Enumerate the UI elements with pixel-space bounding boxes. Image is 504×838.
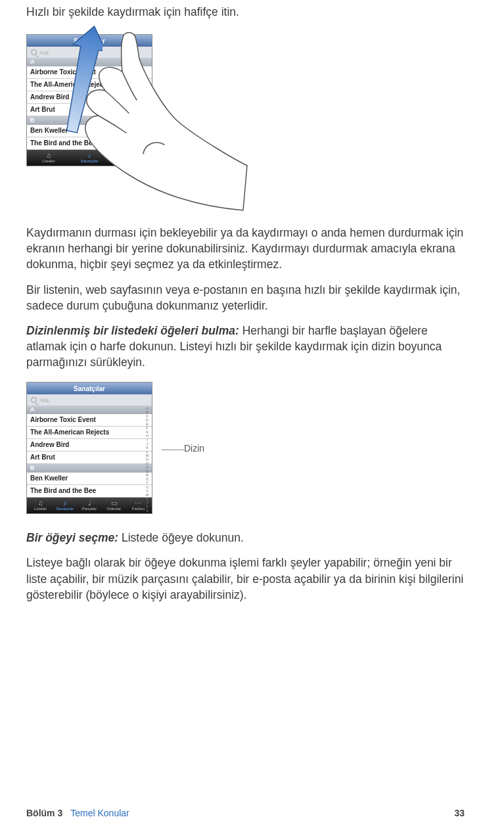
- search-placeholder: Ara: [39, 49, 49, 56]
- list-item: Airborne Toxic Event: [27, 414, 152, 427]
- ipod-screen-2: Sanatçılar Ara A Airborne Toxic Event Th…: [26, 382, 152, 514]
- chapter-ref: Bölüm 3Temel Konular: [26, 808, 129, 818]
- tab-songs: ♩Parçalar: [77, 500, 101, 511]
- callout-line: [162, 450, 184, 450]
- list-item: The Bird and the Bee: [27, 485, 152, 498]
- para-status-bar: Bir listenin, web sayfasının veya e-post…: [26, 282, 465, 314]
- figure-flick: Sanatçılar Ara A Airborne Toxic Event Th…: [26, 32, 465, 209]
- tab-lists: ♫Listeler: [28, 152, 69, 163]
- list-item: Ben Kweller: [27, 473, 152, 485]
- tab-artists: ♪Sanatçılar: [53, 500, 77, 511]
- list-item: The All-American Rejects: [27, 427, 152, 439]
- list-item: Art Brut: [27, 452, 152, 464]
- heading-select-rest: Listede öğeye dokunun.: [122, 531, 244, 544]
- chapter-number: Bölüm 3: [26, 808, 62, 818]
- heading-indexed: Dizinlenmiş bir listedeki öğeleri bulma:: [26, 324, 242, 337]
- heading-select: Bir öğeyi seçme:: [26, 531, 122, 544]
- para-actions: Listeye bağlı olarak bir öğeye dokunma i…: [26, 555, 465, 602]
- flick-arrow-icon: [63, 21, 103, 139]
- para-index: Dizinlenmiş bir listedeki öğeleri bulma:…: [26, 323, 465, 370]
- index-letter: #: [144, 509, 150, 513]
- page-number: 33: [454, 808, 465, 818]
- tab-songs: ♩Parçalar: [110, 152, 150, 163]
- search-icon: [31, 49, 37, 55]
- list-item: Andrew Bird: [27, 439, 152, 452]
- intro-para: Hızlı bir şekilde kaydırmak için hafifçe…: [26, 4, 465, 20]
- para-stop-scroll: Kaydırmanın durması için bekleyebilir ya…: [26, 225, 465, 272]
- tab-bar: ♫Listeler ♪Sanatçılar ♩Parçalar ▭Videola…: [27, 498, 152, 513]
- index-strip: ABCDEFGHIJKLMNOPQRSTUVWXYZ#: [144, 406, 150, 494]
- para-select: Bir öğeyi seçme: Listede öğeye dokunun.: [26, 530, 465, 546]
- page-footer: Bölüm 3Temel Konular 33: [26, 808, 465, 818]
- callout-label: Dizin: [184, 443, 204, 454]
- search-placeholder: Ara: [39, 397, 49, 404]
- tab-artists: ♪Sanatçılar: [69, 152, 110, 163]
- section-b: B: [27, 464, 152, 473]
- nav-title: Sanatçılar: [27, 383, 152, 394]
- search-bar: Ara: [27, 394, 152, 406]
- tab-videos: ▭Videolar: [102, 500, 126, 511]
- section-a: A: [27, 406, 152, 414]
- figure-index: Sanatçılar Ara A Airborne Toxic Event Th…: [26, 382, 465, 514]
- search-icon: [31, 397, 37, 403]
- tab-bar: ♫Listeler ♪Sanatçılar ♩Parçalar: [27, 150, 152, 166]
- chapter-title: Temel Konular: [70, 808, 129, 818]
- tab-lists: ♫Listeler: [28, 500, 53, 511]
